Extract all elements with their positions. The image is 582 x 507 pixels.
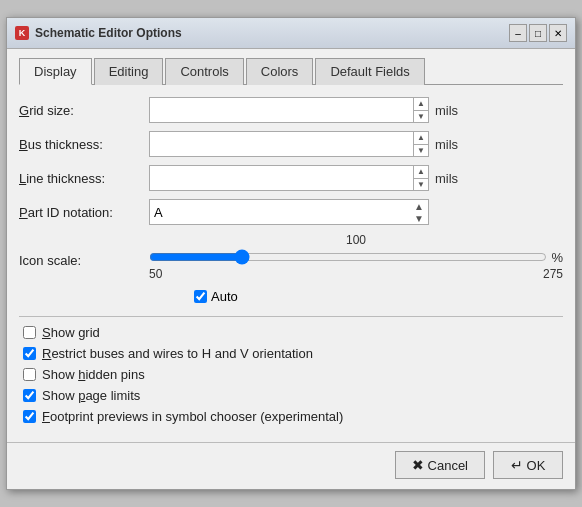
line-thickness-arrows: ▲ ▼	[413, 166, 428, 190]
show-page-limits-checkbox[interactable]	[23, 389, 36, 402]
close-button[interactable]: ✕	[549, 24, 567, 42]
tab-bar: Display Editing Controls Colors Default …	[19, 57, 563, 85]
window-title: Schematic Editor Options	[35, 26, 182, 40]
slider-percent: %	[551, 250, 563, 265]
titlebar-left: K Schematic Editor Options	[15, 26, 182, 40]
auto-row: Auto	[194, 289, 563, 304]
line-thickness-control: 6 ▲ ▼ mils	[149, 165, 563, 191]
titlebar-buttons: – □ ✕	[509, 24, 567, 42]
cancel-icon: ✖	[412, 457, 424, 473]
icon-scale-control: 100 % 50 275	[149, 233, 563, 281]
content-area: Display Editing Controls Colors Default …	[7, 49, 575, 442]
bus-thickness-up[interactable]: ▲	[414, 132, 428, 145]
cancel-label: Cancel	[428, 458, 468, 473]
line-thickness-up[interactable]: ▲	[414, 166, 428, 179]
tab-display[interactable]: Display	[19, 58, 92, 85]
part-id-row: Part ID notation: A 1 ▲ ▼	[19, 199, 563, 225]
bus-thickness-arrows: ▲ ▼	[413, 132, 428, 156]
bus-thickness-down[interactable]: ▼	[414, 145, 428, 157]
footprint-previews-checkbox[interactable]	[23, 410, 36, 423]
grid-size-input[interactable]: 50.0	[150, 98, 413, 122]
ok-label: OK	[527, 458, 546, 473]
icon-scale-row: Icon scale: 100 % 50 275	[19, 233, 563, 281]
tab-editing[interactable]: Editing	[94, 58, 164, 85]
restrict-buses-label: Restrict buses and wires to H and V orie…	[42, 346, 313, 361]
minimize-button[interactable]: –	[509, 24, 527, 42]
footprint-previews-row: Footprint previews in symbol chooser (ex…	[19, 409, 563, 424]
footer: ✖ Cancel ↵ OK	[7, 442, 575, 489]
grid-size-row: Grid size: 50.0 ▲ ▼ mils	[19, 97, 563, 123]
maximize-button[interactable]: □	[529, 24, 547, 42]
main-window: K Schematic Editor Options – □ ✕ Display…	[6, 17, 576, 490]
footprint-previews-label: Footprint previews in symbol chooser (ex…	[42, 409, 343, 424]
tab-controls[interactable]: Controls	[165, 58, 243, 85]
cancel-button[interactable]: ✖ Cancel	[395, 451, 485, 479]
line-thickness-spinbox[interactable]: 6 ▲ ▼	[149, 165, 429, 191]
show-grid-row: Show grid	[19, 325, 563, 340]
bus-thickness-row: Bus thickness: 12 ▲ ▼ mils	[19, 131, 563, 157]
grid-size-label: Grid size:	[19, 103, 149, 118]
show-grid-label: Show grid	[42, 325, 100, 340]
grid-size-spinbox[interactable]: 50.0 ▲ ▼	[149, 97, 429, 123]
part-id-select[interactable]: A 1	[150, 200, 410, 224]
tab-colors[interactable]: Colors	[246, 58, 314, 85]
line-thickness-unit: mils	[435, 171, 458, 186]
auto-checkbox[interactable]	[194, 290, 207, 303]
bus-thickness-input[interactable]: 12	[150, 132, 413, 156]
ok-button[interactable]: ↵ OK	[493, 451, 563, 479]
line-thickness-label: Line thickness:	[19, 171, 149, 186]
auto-label[interactable]: Auto	[211, 289, 238, 304]
part-id-control: A 1 ▲ ▼	[149, 199, 563, 225]
grid-size-up[interactable]: ▲	[414, 98, 428, 111]
show-page-limits-row: Show page limits	[19, 388, 563, 403]
grid-size-arrows: ▲ ▼	[413, 98, 428, 122]
icon-scale-slider[interactable]	[149, 249, 547, 265]
part-id-arrow: ▲ ▼	[410, 201, 428, 224]
grid-size-control: 50.0 ▲ ▼ mils	[149, 97, 563, 123]
slider-max: 275	[543, 267, 563, 281]
slider-minmax: 50 275	[149, 267, 563, 281]
grid-size-unit: mils	[435, 103, 458, 118]
slider-mid: %	[149, 249, 563, 265]
line-thickness-input[interactable]: 6	[150, 166, 413, 190]
restrict-buses-row: Restrict buses and wires to H and V orie…	[19, 346, 563, 361]
part-id-select-wrap[interactable]: A 1 ▲ ▼	[149, 199, 429, 225]
show-grid-checkbox[interactable]	[23, 326, 36, 339]
titlebar: K Schematic Editor Options – □ ✕	[7, 18, 575, 49]
line-thickness-row: Line thickness: 6 ▲ ▼ mils	[19, 165, 563, 191]
tab-default-fields[interactable]: Default Fields	[315, 58, 424, 85]
divider	[19, 316, 563, 317]
bus-thickness-unit: mils	[435, 137, 458, 152]
slider-current-value: 100	[149, 233, 563, 247]
bus-thickness-control: 12 ▲ ▼ mils	[149, 131, 563, 157]
restrict-buses-checkbox[interactable]	[23, 347, 36, 360]
ok-icon: ↵	[511, 457, 523, 473]
bus-thickness-spinbox[interactable]: 12 ▲ ▼	[149, 131, 429, 157]
slider-min: 50	[149, 267, 162, 281]
app-icon: K	[15, 26, 29, 40]
icon-scale-label: Icon scale:	[19, 233, 149, 268]
show-page-limits-label: Show page limits	[42, 388, 140, 403]
show-hidden-pins-label: Show hidden pins	[42, 367, 145, 382]
bus-thickness-label: Bus thickness:	[19, 137, 149, 152]
grid-size-down[interactable]: ▼	[414, 111, 428, 123]
show-hidden-pins-checkbox[interactable]	[23, 368, 36, 381]
show-hidden-pins-row: Show hidden pins	[19, 367, 563, 382]
line-thickness-down[interactable]: ▼	[414, 179, 428, 191]
part-id-label: Part ID notation:	[19, 205, 149, 220]
